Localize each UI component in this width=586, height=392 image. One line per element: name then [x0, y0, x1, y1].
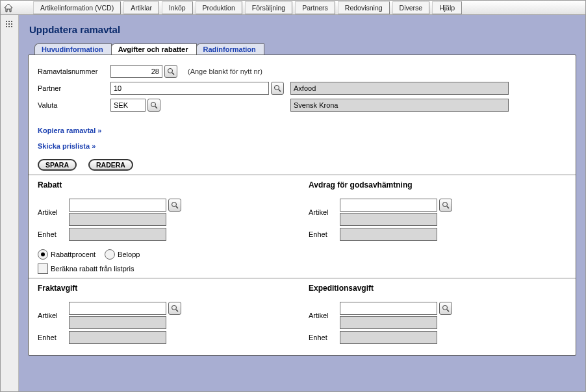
search-icon	[171, 201, 179, 209]
exped-title: Expeditionsavgift	[309, 284, 567, 293]
page-title: Uppdatera ramavtal	[29, 24, 576, 35]
svg-line-22	[447, 310, 449, 312]
copy-ramavtal-link[interactable]: Kopiera ramavtal »	[38, 127, 567, 134]
rabatt-percent-radio[interactable]: Rabattprocent	[38, 249, 96, 260]
checkbox-icon	[38, 263, 48, 274]
search-icon	[442, 304, 450, 312]
svg-rect-1	[8, 21, 10, 22]
exped-artikel-input[interactable]	[340, 302, 437, 315]
svg-rect-2	[11, 21, 12, 22]
svg-line-12	[279, 90, 281, 92]
nav-artikelinfo[interactable]: Artikelinformation (VCD)	[33, 1, 121, 14]
svg-line-10	[172, 73, 174, 75]
svg-point-9	[168, 69, 173, 73]
section-rabatt: Rabatt Artikel	[38, 180, 296, 274]
svg-point-11	[275, 86, 279, 90]
rabatt-percent-label: Rabattprocent	[51, 251, 96, 258]
avdrag-title: Avdrag för godsavhämtning	[309, 180, 567, 190]
valuta-lookup-button[interactable]	[147, 99, 160, 112]
tab-huvudinformation[interactable]: Huvudinformation	[34, 43, 112, 55]
frakt-title: Fraktavgift	[38, 284, 296, 293]
tab-avgifter-rabatter[interactable]: Avgifter och rabatter	[111, 43, 197, 55]
tab-radinformation[interactable]: Radinformation	[196, 43, 264, 55]
rabatt-artikel-label: Artikel	[38, 208, 69, 216]
content-area: Uppdatera ramavtal Huvudinformation Avgi…	[19, 15, 585, 391]
svg-point-13	[151, 103, 156, 107]
rabatt-enhet-label: Enhet	[38, 230, 69, 238]
main-panel: Ramavtalsnummer (Ange blankt för nytt nr…	[28, 55, 576, 356]
frakt-artikel-lookup-button[interactable]	[168, 302, 181, 315]
search-icon	[150, 101, 158, 109]
avdrag-artikel-name	[340, 213, 437, 226]
ramavtal-input[interactable]	[110, 65, 162, 78]
left-gutter	[1, 15, 19, 391]
ramavtal-hint: (Ange blankt för nytt nr)	[188, 67, 262, 75]
svg-line-14	[155, 106, 157, 108]
rabatt-amount-radio[interactable]: Belopp	[105, 249, 140, 260]
rabatt-title: Rabatt	[38, 180, 296, 190]
save-button[interactable]: SPARA	[38, 159, 77, 171]
rabatt-enhet-value	[69, 228, 166, 241]
search-icon	[171, 304, 179, 312]
valuta-name	[290, 99, 509, 112]
home-icon[interactable]	[3, 3, 14, 13]
nav-hjalp[interactable]: Hjälp	[432, 1, 462, 14]
svg-line-20	[176, 310, 178, 312]
nav-artiklar[interactable]: Artiklar	[123, 1, 159, 14]
svg-line-18	[447, 206, 449, 208]
avdrag-enhet-label: Enhet	[309, 230, 340, 238]
avdrag-artikel-lookup-button[interactable]	[439, 199, 452, 212]
ramavtal-label: Ramavtalsnummer	[38, 67, 110, 75]
delete-button[interactable]: RADERA	[88, 159, 133, 171]
section-frakt: Fraktavgift Artikel	[38, 284, 296, 346]
svg-rect-3	[6, 23, 7, 25]
grip-icon[interactable]	[5, 20, 14, 32]
svg-rect-5	[11, 23, 12, 25]
search-icon	[442, 201, 450, 209]
rabatt-artikel-input[interactable]	[69, 199, 166, 212]
nav-produktion[interactable]: Produktion	[196, 1, 242, 14]
svg-line-16	[176, 206, 178, 208]
app-window: Artikelinformation (VCD) Artiklar Inköp …	[0, 0, 586, 392]
nav-partners[interactable]: Partners	[295, 1, 335, 14]
exped-artikel-lookup-button[interactable]	[439, 302, 452, 315]
partner-label: Partner	[38, 84, 110, 92]
valuta-input[interactable]	[110, 99, 146, 112]
frakt-artikel-label: Artikel	[38, 312, 69, 319]
nav-diverse[interactable]: Diverse	[392, 1, 430, 14]
divider	[29, 175, 576, 175]
svg-point-21	[443, 306, 448, 310]
avdrag-enhet-value	[340, 228, 437, 241]
frakt-artikel-name	[69, 316, 166, 329]
frakt-artikel-input[interactable]	[69, 302, 166, 315]
nav-redovisning[interactable]: Redovisning	[338, 1, 390, 14]
svg-point-17	[443, 202, 448, 207]
exped-artikel-name	[340, 316, 437, 329]
divider	[29, 278, 576, 278]
section-exped: Expeditionsavgift Artikel	[309, 284, 567, 346]
svg-rect-7	[8, 26, 10, 27]
ramavtal-lookup-button[interactable]	[164, 65, 177, 78]
radio-icon	[105, 249, 115, 260]
frakt-enhet-value	[69, 331, 166, 344]
radio-icon	[38, 249, 48, 260]
send-pricelist-link[interactable]: Skicka prislista »	[38, 142, 567, 150]
rabatt-artikel-lookup-button[interactable]	[168, 199, 181, 212]
nav-inkop[interactable]: Inköp	[162, 1, 193, 14]
topbar: Artikelinformation (VCD) Artiklar Inköp …	[1, 1, 585, 15]
avdrag-artikel-label: Artikel	[309, 208, 340, 216]
search-icon	[167, 67, 175, 75]
partner-lookup-button[interactable]	[271, 82, 284, 95]
rabatt-listprice-checkbox[interactable]: Beräkna rabatt från listpris	[38, 263, 296, 274]
svg-rect-0	[6, 21, 7, 22]
avdrag-artikel-input[interactable]	[340, 199, 437, 212]
frakt-enhet-label: Enhet	[38, 334, 69, 341]
tabstrip: Huvudinformation Avgifter och rabatter R…	[34, 42, 576, 55]
section-avdrag: Avdrag för godsavhämtning Artikel	[309, 180, 567, 274]
svg-rect-8	[11, 26, 12, 27]
nav-forsaljning[interactable]: Försäljning	[245, 1, 292, 14]
partner-input[interactable]	[110, 82, 269, 95]
rabatt-listprice-label: Beräkna rabatt från listpris	[51, 265, 134, 273]
valuta-label: Valuta	[38, 101, 110, 109]
exped-enhet-label: Enhet	[309, 334, 340, 341]
